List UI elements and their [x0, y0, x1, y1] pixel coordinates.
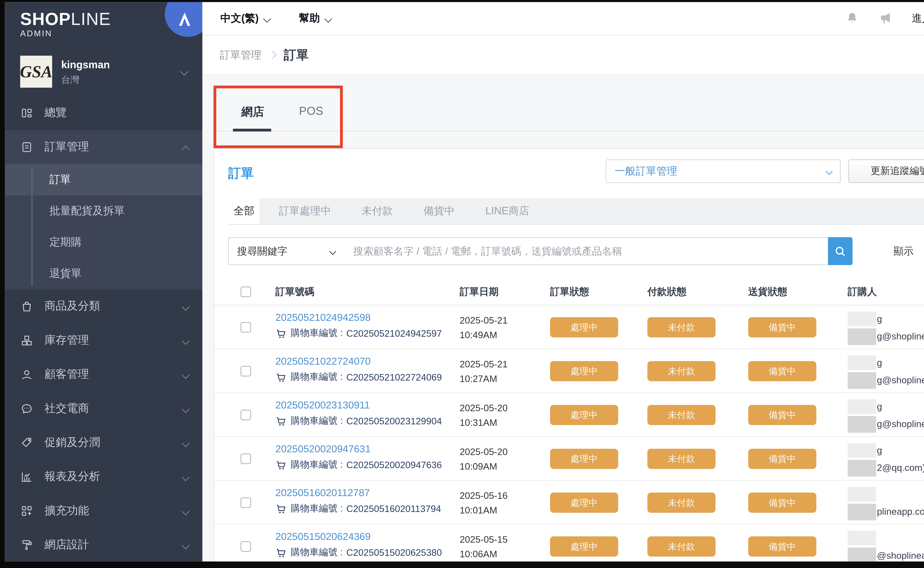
order-status-badge: 處理中 [550, 317, 618, 337]
sidebar-item-inventory[interactable]: 庫存管理 [5, 323, 202, 358]
sidebar-item-products[interactable]: 商品及分類 [5, 289, 202, 323]
buyer: g g@shopline.com) [848, 310, 924, 345]
order-number-link[interactable]: 20250520020947631 [275, 443, 371, 454]
search-keyword-select[interactable]: 搜尋關鍵字 [228, 237, 344, 265]
chevron-down-icon [324, 14, 332, 23]
notification-bell-icon[interactable] [845, 11, 859, 26]
sidebar-item-promotions[interactable]: 促銷及分潤 [5, 426, 202, 460]
col-order-date: 訂單日期 [460, 286, 499, 299]
promotion-icon [20, 436, 33, 449]
chevron-down-icon [182, 473, 190, 481]
chevron-down-icon [182, 541, 190, 549]
table-row: 20250521022724070 購物車編號 : C2025052102272… [214, 349, 924, 393]
search-input[interactable] [344, 237, 828, 265]
search-button[interactable] [828, 237, 853, 265]
enter-store-link[interactable]: 進入我的店面 [912, 12, 924, 25]
buyer: plineapp.com) [848, 485, 924, 520]
cart-number: 購物車編號 : C20250516020113794 [275, 502, 441, 515]
redacted-email-block [848, 547, 876, 561]
table-header: 訂單號碼 訂單日期 訂單狀態 付款狀態 送貨狀態 訂購人 合計 [214, 280, 924, 305]
status-filter-tabs: 全部 訂單處理中 未付款 備貨中 LINE商店 [228, 198, 924, 225]
sidebar-item-dashboard[interactable]: 總覽 [5, 96, 202, 130]
row-checkbox[interactable] [241, 497, 251, 508]
col-payment-status: 付款狀態 [647, 286, 686, 299]
chevron-up-icon [182, 145, 190, 153]
payment-status-badge: 未付款 [647, 449, 716, 469]
order-date: 2025-05-1610:01AM [460, 488, 508, 518]
select-all-checkbox[interactable] [241, 287, 251, 297]
filter-tab-all[interactable]: 全部 [228, 198, 260, 224]
redacted-name-block [848, 531, 876, 545]
redacted-email-block [848, 503, 876, 520]
main-area: 中文(繁) 幫助 進入我的店面 你好,Doreen 訂單管理 訂單 網店 POS [202, 2, 924, 561]
help-menu[interactable]: 幫助 [299, 12, 331, 25]
sidebar-item-store-design[interactable]: 網店設計 [5, 528, 202, 562]
table-row: 20250516020112787 購物車編號 : C2025051602011… [214, 481, 924, 524]
language-menu[interactable]: 中文(繁) [220, 12, 270, 25]
brand-bold: SHOP [20, 9, 71, 29]
order-number-link[interactable]: 20250520023130911 [275, 399, 370, 411]
table-row: 20250520023130911 購物車編號 : C2025052002312… [214, 393, 924, 437]
merchant-switcher[interactable]: GSA kingsman 台灣 [5, 52, 202, 91]
sidebar-item-returns[interactable]: 退貨單 [5, 258, 202, 289]
buyer: g g@shopline.com) [848, 354, 924, 389]
redacted-name-block [848, 443, 876, 458]
products-icon [20, 300, 33, 313]
chevron-down-icon [826, 168, 833, 175]
order-number-link[interactable]: 20250521022724070 [275, 355, 371, 367]
sidebar-item-social-commerce[interactable]: 社交電商 [5, 391, 202, 426]
filter-tab-processing[interactable]: 訂單處理中 [279, 204, 331, 218]
chevron-right-icon [269, 51, 277, 59]
col-order-status: 訂單狀態 [550, 286, 589, 299]
row-checkbox[interactable] [241, 366, 251, 376]
filter-tab-unpaid[interactable]: 未付款 [362, 204, 393, 218]
col-buyer: 訂購人 [848, 286, 877, 299]
sidebar-item-customers[interactable]: 顧客管理 [5, 358, 202, 391]
sidebar-item-orders[interactable]: 訂單 [5, 164, 202, 195]
order-number-link[interactable]: 20250516020112787 [275, 487, 370, 498]
sidebar-item-extensions[interactable]: 擴充功能 [5, 494, 202, 528]
redacted-name-block [848, 399, 876, 414]
order-management-select[interactable]: 一般訂單管理 [606, 159, 841, 183]
order-number-link[interactable]: 20250521024942598 [275, 312, 371, 323]
merchant-name: kingsman [61, 57, 181, 71]
row-checkbox[interactable] [241, 453, 251, 464]
orders-table-body: 20250521024942598 購物車編號 : C2025052102494… [214, 305, 924, 562]
update-tracking-button[interactable]: 更新追蹤編號 [849, 159, 924, 183]
cart-icon [275, 371, 287, 383]
shipping-status-badge: 備貨中 [748, 492, 817, 513]
chevron-down-icon [182, 405, 190, 413]
annotation-box [213, 86, 343, 148]
row-checkbox[interactable] [241, 410, 251, 420]
col-order-number: 訂單號碼 [275, 286, 314, 299]
shipping-status-badge: 備貨中 [748, 536, 817, 556]
cart-icon [275, 327, 287, 339]
filter-tab-line-store[interactable]: LINE商店 [485, 204, 529, 218]
announcement-megaphone-icon[interactable] [877, 11, 894, 26]
cart-number: 購物車編號 : C20250521022724069 [275, 371, 442, 384]
cart-number: 購物車編號 : C20250520023129904 [275, 415, 442, 427]
filter-tab-group: 訂單處理中 未付款 備貨中 LINE商店 [260, 198, 924, 224]
breadcrumb-section[interactable]: 訂單管理 [220, 48, 261, 62]
shipping-status-badge: 備貨中 [748, 361, 817, 381]
chevron-down-icon [182, 371, 190, 379]
customers-icon [20, 368, 33, 381]
order-status-badge: 處理中 [550, 361, 618, 381]
chevron-down-icon [182, 439, 190, 447]
merchant-avatar: GSA [20, 56, 52, 88]
sidebar: SHOPLINE ADMIN GSA kingsman 台灣 總覽 訂單管理 [5, 2, 202, 561]
sidebar-menu: 總覽 訂單管理 訂單 批量配貨及拆單 定期購 退貨單 商品及分類 [5, 96, 202, 561]
sidebar-item-reports[interactable]: 報表及分析 [5, 460, 202, 494]
mountain-logo-icon [175, 9, 194, 28]
sidebar-item-subscription[interactable]: 定期購 [5, 227, 202, 258]
order-submenu: 訂單 批量配貨及拆單 定期購 退貨單 [5, 164, 202, 289]
row-checkbox[interactable] [241, 541, 251, 551]
row-checkbox[interactable] [241, 322, 251, 332]
filter-tab-preparing[interactable]: 備貨中 [424, 204, 455, 218]
sidebar-item-bulk-fulfillment[interactable]: 批量配貨及拆單 [5, 195, 202, 227]
sidebar-item-order-management[interactable]: 訂單管理 [5, 130, 202, 164]
order-number-link[interactable]: 20250515020624369 [275, 531, 371, 542]
order-date: 2025-05-1510:06AM [460, 532, 508, 562]
dashboard-icon [20, 107, 33, 119]
screen: SHOPLINE ADMIN GSA kingsman 台灣 總覽 訂單管理 [0, 0, 924, 568]
